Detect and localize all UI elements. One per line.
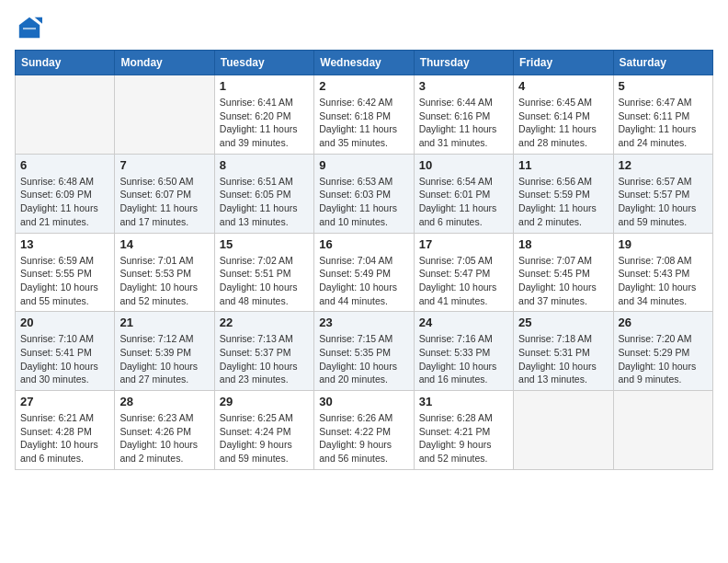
calendar-cell: 6Sunrise: 6:48 AM Sunset: 6:09 PM Daylig… (16, 154, 115, 233)
cell-date-number: 5 (619, 79, 708, 93)
cell-info-text: Sunrise: 7:10 AM Sunset: 5:41 PM Dayligh… (20, 332, 109, 386)
day-header-saturday: Saturday (613, 51, 712, 75)
svg-rect-2 (23, 28, 36, 29)
cell-date-number: 17 (419, 237, 508, 251)
calendar-cell: 29Sunrise: 6:25 AM Sunset: 4:24 PM Dayli… (214, 391, 313, 470)
calendar-cell: 14Sunrise: 7:01 AM Sunset: 5:53 PM Dayli… (115, 233, 214, 312)
calendar-cell: 9Sunrise: 6:53 AM Sunset: 6:03 PM Daylig… (314, 154, 414, 233)
week-row-1: 1Sunrise: 6:41 AM Sunset: 6:20 PM Daylig… (16, 75, 713, 155)
cell-info-text: Sunrise: 6:48 AM Sunset: 6:09 PM Dayligh… (20, 175, 109, 229)
cell-info-text: Sunrise: 6:42 AM Sunset: 6:18 PM Dayligh… (319, 96, 408, 150)
cell-date-number: 8 (220, 158, 309, 172)
cell-date-number: 18 (518, 237, 608, 251)
cell-date-number: 21 (119, 316, 209, 329)
cell-info-text: Sunrise: 7:18 AM Sunset: 5:31 PM Dayligh… (518, 332, 608, 386)
calendar-cell: 12Sunrise: 6:57 AM Sunset: 5:57 PM Dayli… (613, 154, 712, 233)
cell-date-number: 28 (119, 395, 209, 408)
cell-info-text: Sunrise: 6:21 AM Sunset: 4:28 PM Dayligh… (20, 411, 109, 465)
calendar-cell: 2Sunrise: 6:42 AM Sunset: 6:18 PM Daylig… (314, 75, 414, 155)
cell-info-text: Sunrise: 6:59 AM Sunset: 5:55 PM Dayligh… (20, 254, 109, 308)
calendar-cell: 13Sunrise: 6:59 AM Sunset: 5:55 PM Dayli… (16, 233, 115, 312)
day-header-friday: Friday (514, 51, 613, 75)
calendar-cell: 20Sunrise: 7:10 AM Sunset: 5:41 PM Dayli… (16, 312, 115, 391)
calendar-cell: 8Sunrise: 6:51 AM Sunset: 6:05 PM Daylig… (214, 154, 313, 233)
cell-date-number: 15 (220, 237, 309, 251)
cell-info-text: Sunrise: 7:12 AM Sunset: 5:39 PM Dayligh… (119, 332, 209, 386)
cell-date-number: 25 (518, 316, 608, 329)
cell-date-number: 7 (119, 158, 209, 172)
calendar-cell: 1Sunrise: 6:41 AM Sunset: 6:20 PM Daylig… (214, 75, 313, 155)
cell-date-number: 14 (119, 237, 209, 251)
cell-info-text: Sunrise: 6:23 AM Sunset: 4:26 PM Dayligh… (119, 411, 209, 465)
calendar-cell: 24Sunrise: 7:16 AM Sunset: 5:33 PM Dayli… (414, 312, 513, 391)
calendar-table: SundayMondayTuesdayWednesdayThursdayFrid… (15, 50, 713, 470)
cell-date-number: 3 (419, 79, 508, 93)
cell-date-number: 11 (518, 158, 608, 172)
cell-date-number: 4 (518, 79, 608, 93)
calendar-cell (115, 75, 214, 155)
cell-info-text: Sunrise: 6:44 AM Sunset: 6:16 PM Dayligh… (419, 96, 508, 150)
cell-date-number: 22 (220, 316, 309, 329)
day-header-thursday: Thursday (414, 51, 513, 75)
cell-date-number: 27 (20, 395, 109, 408)
cell-info-text: Sunrise: 6:28 AM Sunset: 4:21 PM Dayligh… (419, 411, 508, 465)
calendar-cell: 7Sunrise: 6:50 AM Sunset: 6:07 PM Daylig… (115, 154, 214, 233)
calendar-cell: 23Sunrise: 7:15 AM Sunset: 5:35 PM Dayli… (314, 312, 414, 391)
cell-info-text: Sunrise: 6:54 AM Sunset: 6:01 PM Dayligh… (419, 175, 508, 229)
cell-info-text: Sunrise: 7:01 AM Sunset: 5:53 PM Dayligh… (119, 254, 209, 308)
cell-info-text: Sunrise: 7:02 AM Sunset: 5:51 PM Dayligh… (220, 254, 309, 308)
cell-date-number: 30 (319, 395, 408, 408)
week-row-2: 6Sunrise: 6:48 AM Sunset: 6:09 PM Daylig… (16, 154, 713, 233)
cell-date-number: 26 (619, 316, 708, 329)
calendar-cell: 11Sunrise: 6:56 AM Sunset: 5:59 PM Dayli… (514, 154, 613, 233)
cell-date-number: 20 (20, 316, 109, 329)
calendar-header-row: SundayMondayTuesdayWednesdayThursdayFrid… (16, 51, 713, 75)
calendar-cell: 19Sunrise: 7:08 AM Sunset: 5:43 PM Dayli… (613, 233, 712, 312)
cell-date-number: 1 (220, 79, 309, 93)
week-row-3: 13Sunrise: 6:59 AM Sunset: 5:55 PM Dayli… (16, 233, 713, 312)
week-row-5: 27Sunrise: 6:21 AM Sunset: 4:28 PM Dayli… (16, 391, 713, 470)
calendar-cell: 15Sunrise: 7:02 AM Sunset: 5:51 PM Dayli… (214, 233, 313, 312)
cell-info-text: Sunrise: 6:53 AM Sunset: 6:03 PM Dayligh… (319, 175, 408, 229)
calendar-cell: 17Sunrise: 7:05 AM Sunset: 5:47 PM Dayli… (414, 233, 513, 312)
cell-info-text: Sunrise: 7:04 AM Sunset: 5:49 PM Dayligh… (319, 254, 408, 308)
cell-date-number: 10 (419, 158, 508, 172)
cell-date-number: 6 (20, 158, 109, 172)
cell-info-text: Sunrise: 6:25 AM Sunset: 4:24 PM Dayligh… (220, 411, 309, 465)
page-header (15, 15, 713, 40)
cell-date-number: 12 (619, 158, 708, 172)
calendar-cell: 18Sunrise: 7:07 AM Sunset: 5:45 PM Dayli… (514, 233, 613, 312)
cell-info-text: Sunrise: 6:41 AM Sunset: 6:20 PM Dayligh… (220, 96, 309, 150)
cell-info-text: Sunrise: 7:05 AM Sunset: 5:47 PM Dayligh… (419, 254, 508, 308)
cell-date-number: 29 (220, 395, 309, 408)
cell-info-text: Sunrise: 7:15 AM Sunset: 5:35 PM Dayligh… (319, 332, 408, 386)
cell-info-text: Sunrise: 6:57 AM Sunset: 5:57 PM Dayligh… (619, 175, 708, 229)
cell-date-number: 19 (619, 237, 708, 251)
cell-info-text: Sunrise: 6:47 AM Sunset: 6:11 PM Dayligh… (619, 96, 708, 150)
cell-info-text: Sunrise: 6:26 AM Sunset: 4:22 PM Dayligh… (319, 411, 408, 465)
calendar-cell: 21Sunrise: 7:12 AM Sunset: 5:39 PM Dayli… (115, 312, 214, 391)
cell-info-text: Sunrise: 7:16 AM Sunset: 5:33 PM Dayligh… (419, 332, 508, 386)
calendar-cell: 28Sunrise: 6:23 AM Sunset: 4:26 PM Dayli… (115, 391, 214, 470)
day-header-tuesday: Tuesday (214, 51, 313, 75)
week-row-4: 20Sunrise: 7:10 AM Sunset: 5:41 PM Dayli… (16, 312, 713, 391)
cell-date-number: 24 (419, 316, 508, 329)
day-header-sunday: Sunday (16, 51, 115, 75)
cell-info-text: Sunrise: 7:13 AM Sunset: 5:37 PM Dayligh… (220, 332, 309, 386)
calendar-cell: 26Sunrise: 7:20 AM Sunset: 5:29 PM Dayli… (613, 312, 712, 391)
cell-date-number: 13 (20, 237, 109, 251)
cell-date-number: 31 (419, 395, 508, 408)
calendar-cell: 31Sunrise: 6:28 AM Sunset: 4:21 PM Dayli… (414, 391, 513, 470)
cell-info-text: Sunrise: 6:56 AM Sunset: 5:59 PM Dayligh… (518, 175, 608, 229)
calendar-cell (613, 391, 712, 470)
cell-info-text: Sunrise: 7:08 AM Sunset: 5:43 PM Dayligh… (619, 254, 708, 308)
cell-info-text: Sunrise: 6:51 AM Sunset: 6:05 PM Dayligh… (220, 175, 309, 229)
cell-info-text: Sunrise: 7:20 AM Sunset: 5:29 PM Dayligh… (619, 332, 708, 386)
calendar-cell: 5Sunrise: 6:47 AM Sunset: 6:11 PM Daylig… (613, 75, 712, 155)
calendar-cell: 4Sunrise: 6:45 AM Sunset: 6:14 PM Daylig… (514, 75, 613, 155)
calendar-cell: 10Sunrise: 6:54 AM Sunset: 6:01 PM Dayli… (414, 154, 513, 233)
calendar-cell: 25Sunrise: 7:18 AM Sunset: 5:31 PM Dayli… (514, 312, 613, 391)
cell-info-text: Sunrise: 6:50 AM Sunset: 6:07 PM Dayligh… (119, 175, 209, 229)
cell-info-text: Sunrise: 7:07 AM Sunset: 5:45 PM Dayligh… (518, 254, 608, 308)
logo-icon (17, 15, 42, 40)
